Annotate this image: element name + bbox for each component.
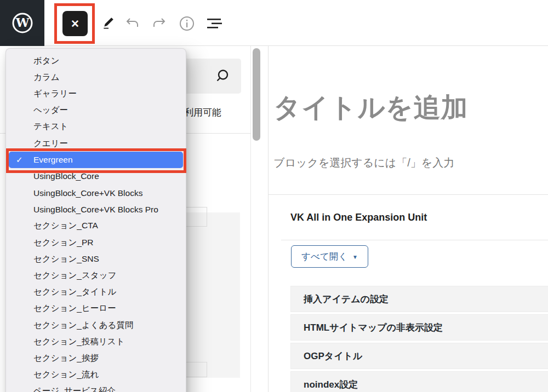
menu-item[interactable]: セクション_投稿リスト <box>6 333 186 350</box>
close-inserter-button[interactable]: ✕ <box>62 11 88 36</box>
wordpress-logo-icon: W <box>12 12 33 34</box>
undo-button[interactable] <box>124 15 140 32</box>
menu-item[interactable]: UsingBlock_Core+VK Blocks <box>6 185 186 201</box>
menu-item[interactable]: セクション_SNS <box>6 251 186 267</box>
pencil-icon <box>101 16 116 31</box>
menu-item[interactable]: クエリー <box>6 135 186 152</box>
expand-all-button[interactable]: すべて開く ▼ <box>291 245 368 268</box>
menu-item-selected[interactable]: ✓ Evergreen <box>9 152 183 168</box>
redo-button[interactable] <box>151 15 168 32</box>
menu-item[interactable]: テキスト <box>6 119 186 135</box>
vk-panel-title: VK All in One Expansion Unit <box>290 212 427 223</box>
menu-item[interactable]: セクション_ヒーロー <box>6 301 186 317</box>
post-title-placeholder[interactable]: タイトルを追加 <box>273 90 469 126</box>
vk-panel-divider <box>281 240 548 240</box>
menu-item-label: Evergreen <box>33 155 73 165</box>
menu-item[interactable]: セクション_流れ <box>6 367 186 383</box>
accordion-noindex[interactable]: noindex設定 <box>290 371 548 392</box>
menu-item[interactable]: セクション_CTA <box>6 218 186 234</box>
canvas-divider <box>269 194 548 195</box>
post-body-placeholder[interactable]: ブロックを選択するには「/」を入力 <box>273 155 454 170</box>
accordion-insert-items[interactable]: 挿入アイテムの設定 <box>290 286 548 312</box>
menu-item[interactable]: ギャラリー <box>6 85 186 102</box>
menu-item[interactable]: カラム <box>6 69 186 85</box>
list-view-icon <box>207 17 222 30</box>
wordpress-logo-button[interactable]: W <box>0 0 44 46</box>
menu-item[interactable]: セクション_挨拶 <box>6 350 186 366</box>
svg-text:W: W <box>15 15 29 30</box>
menu-item[interactable]: ページ_サービス紹介 <box>6 383 186 392</box>
search-icon <box>214 68 230 84</box>
close-icon: ✕ <box>71 18 79 30</box>
checkmark-icon: ✓ <box>16 155 23 165</box>
undo-icon <box>124 16 140 31</box>
menu-item[interactable]: UsingBlock_Core+VK Blocks Pro <box>6 201 186 218</box>
editor-canvas: タイトルを追加 ブロックを選択するには「/」を入力 VK All in One … <box>268 46 548 392</box>
details-button[interactable] <box>179 15 195 32</box>
chevron-down-icon: ▼ <box>352 254 358 260</box>
expand-all-label: すべて開く <box>301 251 347 263</box>
menu-item[interactable]: ヘッダー <box>6 102 186 119</box>
accordion-ogp-title[interactable]: OGPタイトル <box>290 343 548 369</box>
pattern-category-dropdown-menu: ボタン カラム ギャラリー ヘッダー テキスト クエリー ✓ Evergreen… <box>5 48 186 392</box>
document-overview-button[interactable] <box>206 15 222 32</box>
menu-item[interactable]: UsingBlock_Core <box>6 168 186 185</box>
sidebar-scrollbar[interactable] <box>253 48 260 141</box>
editor-topbar: W ✕ <box>0 0 548 46</box>
menu-item[interactable]: セクション_PR <box>6 234 186 251</box>
menu-item[interactable]: ボタン <box>6 53 186 69</box>
accordion-html-sitemap[interactable]: HTMLサイトマップの非表示設定 <box>290 314 548 341</box>
info-icon <box>179 16 195 31</box>
menu-item[interactable]: セクション_スタッフ <box>6 267 186 284</box>
edit-tool-button[interactable] <box>100 15 117 32</box>
menu-item[interactable]: セクション_タイトル <box>6 284 186 301</box>
tab-available-patterns[interactable]: 利用可能 <box>184 106 221 119</box>
redo-icon <box>152 16 167 31</box>
menu-item[interactable]: セクション_よくある質問 <box>6 317 186 333</box>
